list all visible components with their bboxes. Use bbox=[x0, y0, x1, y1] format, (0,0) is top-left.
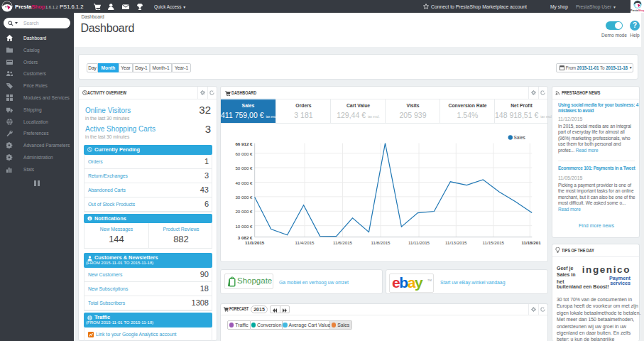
svg-text:11/15/2015: 11/15/2015 bbox=[483, 240, 505, 245]
svg-text:40 000 €: 40 000 € bbox=[235, 180, 253, 185]
svg-text:30 000 €: 30 000 € bbox=[235, 195, 253, 200]
svg-text:11/18/201: 11/18/201 bbox=[521, 240, 541, 245]
svg-text:11/11/2015: 11/11/2015 bbox=[408, 240, 430, 245]
svg-text:11/4/2015: 11/4/2015 bbox=[295, 240, 315, 245]
svg-text:20 000 €: 20 000 € bbox=[235, 209, 253, 214]
svg-text:11/1/2015: 11/1/2015 bbox=[245, 240, 265, 245]
svg-text:11/8/2015: 11/8/2015 bbox=[371, 240, 391, 245]
svg-text:60 000 €: 60 000 € bbox=[235, 151, 253, 156]
svg-text:Sales: Sales bbox=[514, 135, 526, 140]
svg-text:66 912 €: 66 912 € bbox=[235, 141, 253, 146]
svg-text:50 000 €: 50 000 € bbox=[235, 166, 253, 170]
svg-text:10 000 €: 10 000 € bbox=[235, 224, 253, 229]
svg-text:11/6/2015: 11/6/2015 bbox=[333, 240, 353, 245]
svg-text:11/13/2015: 11/13/2015 bbox=[445, 240, 467, 245]
